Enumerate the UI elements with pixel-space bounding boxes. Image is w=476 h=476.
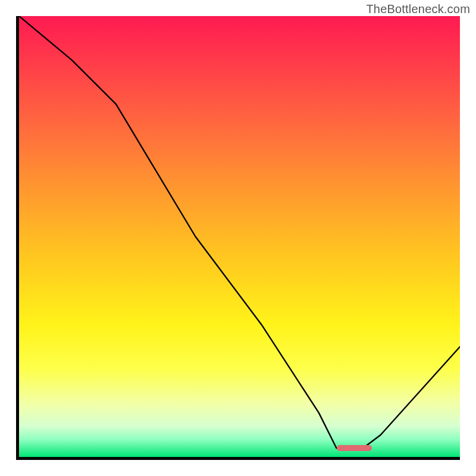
x-axis <box>16 457 460 460</box>
plot-area <box>19 16 460 457</box>
bottleneck-curve-path <box>19 16 460 448</box>
bottleneck-chart: TheBottleneck.com <box>0 0 476 476</box>
watermark-text: TheBottleneck.com <box>366 2 470 16</box>
curve-svg <box>19 16 460 457</box>
optimal-range-marker <box>337 445 372 451</box>
